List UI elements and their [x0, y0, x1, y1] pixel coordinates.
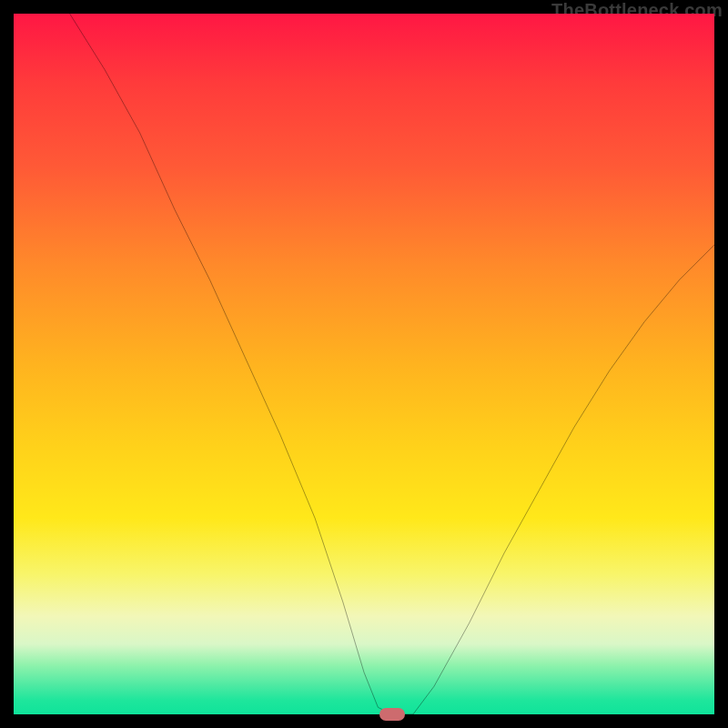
chart-plot-area [14, 14, 714, 714]
bottleneck-curve [14, 14, 714, 714]
chart-frame: TheBottleneck.com [0, 0, 728, 728]
optimum-marker [379, 708, 405, 721]
